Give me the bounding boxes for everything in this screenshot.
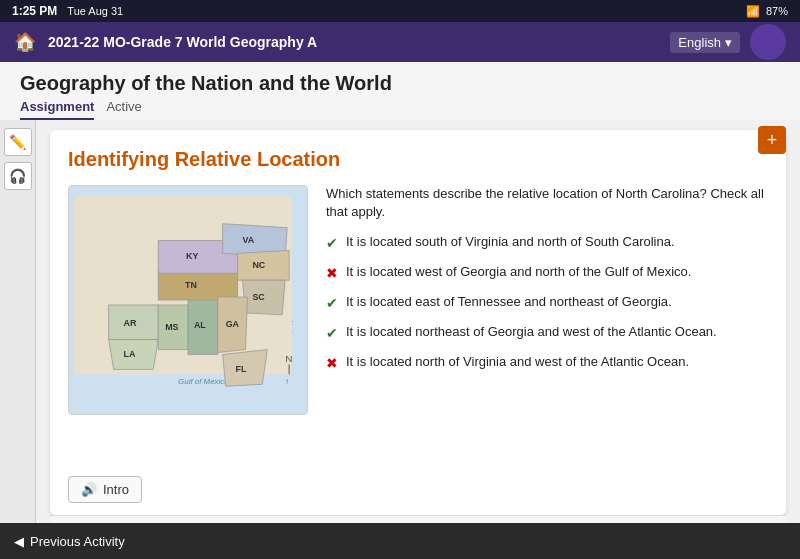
previous-activity-button[interactable]: ◀ Previous Activity: [14, 534, 125, 549]
svg-text:↑: ↑: [285, 377, 289, 386]
lesson-card: Identifying Relative Location Atlantic O…: [50, 130, 786, 515]
svg-text:Gulf of Mexico: Gulf of Mexico: [178, 377, 229, 386]
home-icon[interactable]: 🏠: [14, 31, 36, 53]
correct-icon: ✔: [326, 294, 338, 313]
answer-text: It is located west of Georgia and north …: [346, 263, 691, 281]
nav-title: 2021-22 MO-Grade 7 World Geography A: [48, 34, 670, 50]
svg-text:FL: FL: [236, 364, 247, 374]
pencil-tool[interactable]: ✏️: [4, 128, 32, 156]
answer-text: It is located south of Virginia and nort…: [346, 233, 675, 251]
page-header: Geography of the Nation and the World As…: [0, 62, 800, 120]
svg-text:N: N: [285, 353, 292, 364]
language-selector[interactable]: English ▾: [670, 32, 740, 53]
intro-button-label: Intro: [103, 482, 129, 497]
questions-section: Which statements describe the relative l…: [326, 185, 768, 452]
incorrect-icon: ✖: [326, 264, 338, 283]
status-date: Tue Aug 31: [67, 5, 123, 17]
content-area: Identifying Relative Location Atlantic O…: [36, 120, 800, 559]
answer-text: It is located northeast of Georgia and w…: [346, 323, 717, 341]
left-arrow-icon: ◀: [14, 534, 24, 549]
answer-item: ✔ It is located east of Tennessee and no…: [326, 293, 768, 313]
correct-icon: ✔: [326, 324, 338, 343]
question-prompt: Which statements describe the relative l…: [326, 185, 768, 221]
svg-text:MS: MS: [165, 322, 178, 332]
incorrect-icon: ✖: [326, 354, 338, 373]
correct-icon: ✔: [326, 234, 338, 253]
intro-button[interactable]: 🔊 Intro: [68, 476, 142, 503]
status-bar: 1:25 PM Tue Aug 31 📶 87%: [0, 0, 800, 22]
nav-bar: 🏠 2021-22 MO-Grade 7 World Geography A E…: [0, 22, 800, 62]
svg-text:SC: SC: [252, 292, 265, 302]
add-button[interactable]: +: [758, 126, 786, 154]
battery-text: 87%: [766, 5, 788, 17]
svg-text:NC: NC: [252, 260, 265, 270]
status-time: 1:25 PM: [12, 4, 57, 18]
answer-item: ✖ It is located west of Georgia and nort…: [326, 263, 768, 283]
speaker-icon: 🔊: [81, 482, 97, 497]
tab-assignment[interactable]: Assignment: [20, 99, 94, 120]
headphone-tool[interactable]: 🎧: [4, 162, 32, 190]
answer-text: It is located north of Virginia and west…: [346, 353, 689, 371]
svg-text:KY: KY: [186, 251, 198, 261]
answer-list: ✔ It is located south of Virginia and no…: [326, 233, 768, 372]
chevron-down-icon: ▾: [725, 35, 732, 50]
language-label: English: [678, 35, 721, 50]
wifi-icon: 📶: [746, 5, 760, 18]
map-section: Atlantic Ocean Gulf of Mexico AR LA: [68, 185, 308, 452]
user-avatar: [750, 24, 786, 60]
tab-active[interactable]: Active: [106, 99, 141, 120]
svg-text:TN: TN: [185, 280, 197, 290]
card-body: Atlantic Ocean Gulf of Mexico AR LA: [68, 185, 768, 452]
svg-text:VA: VA: [243, 235, 255, 245]
svg-text:GA: GA: [226, 319, 240, 329]
answer-item: ✔ It is located northeast of Georgia and…: [326, 323, 768, 343]
map-container: Atlantic Ocean Gulf of Mexico AR LA: [68, 185, 308, 415]
svg-text:LA: LA: [124, 349, 136, 359]
page-tabs: Assignment Active: [20, 99, 780, 120]
svg-marker-13: [158, 270, 237, 300]
status-right: 📶 87%: [746, 5, 788, 18]
main-area: ✏️ 🎧 Identifying Relative Location Atlan…: [0, 120, 800, 559]
answer-item: ✖ It is located north of Virginia and we…: [326, 353, 768, 373]
previous-activity-label: Previous Activity: [30, 534, 125, 549]
card-title: Identifying Relative Location: [68, 148, 768, 171]
answer-text: It is located east of Tennessee and nort…: [346, 293, 672, 311]
page-title: Geography of the Nation and the World: [20, 72, 780, 95]
sidebar-tools: ✏️ 🎧: [0, 120, 36, 559]
answer-item: ✔ It is located south of Virginia and no…: [326, 233, 768, 253]
us-map-svg: Atlantic Ocean Gulf of Mexico AR LA: [69, 186, 307, 414]
bottom-nav: ◀ Previous Activity: [0, 523, 800, 559]
svg-text:AR: AR: [124, 318, 137, 328]
svg-text:AL: AL: [194, 320, 206, 330]
